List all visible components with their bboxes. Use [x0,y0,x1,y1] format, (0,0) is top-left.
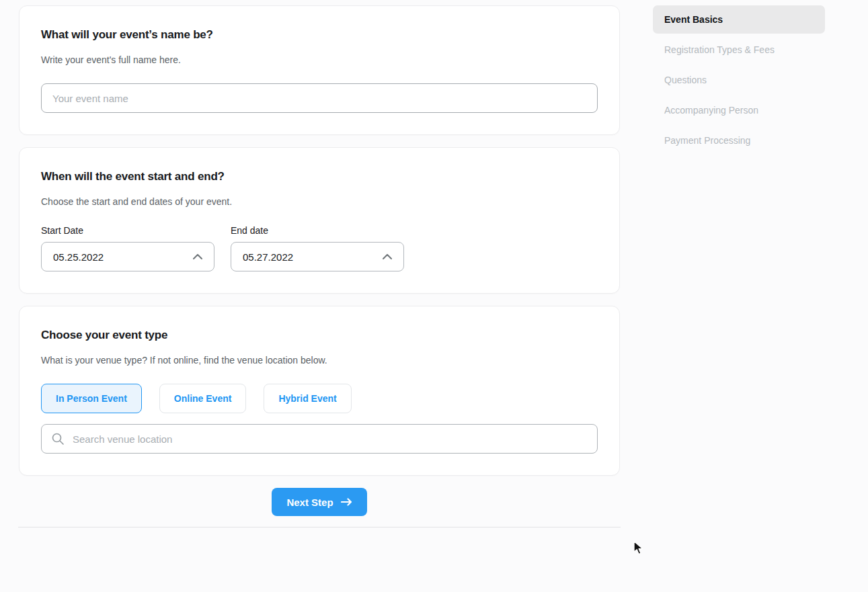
event-type-title: Choose your event type [41,329,598,342]
dates-row: Start Date 05.25.2022 End date 05.27.202… [41,225,598,271]
step-questions[interactable]: Questions [653,66,825,94]
step-event-basics[interactable]: Event Basics [653,5,825,34]
venue-search-input[interactable] [41,424,598,454]
type-option-hybrid[interactable]: Hybrid Event [264,384,351,413]
bottom-divider [18,527,621,527]
event-name-subtitle: Write your event's full name here. [41,54,598,65]
event-name-card: What will your event’s name be? Write yo… [19,5,620,135]
type-option-in-person[interactable]: In Person Event [41,384,142,413]
next-step-button[interactable]: Next Step [272,488,366,516]
start-date-value: 05.25.2022 [53,251,104,263]
event-setup-form: What will your event’s name be? Write yo… [19,5,620,527]
event-name-input[interactable] [41,83,598,113]
event-name-title: What will your event’s name be? [41,28,598,42]
steps-sidebar: Event Basics Registration Types & Fees Q… [653,5,825,157]
event-type-options: In Person Event Online Event Hybrid Even… [41,384,598,413]
step-payment-processing[interactable]: Payment Processing [653,126,825,155]
mouse-cursor-icon [633,540,645,558]
start-date-select[interactable]: 05.25.2022 [41,242,214,271]
event-dates-subtitle: Choose the start and end dates of your e… [41,196,598,207]
end-date-select[interactable]: 05.27.2022 [231,242,404,271]
start-date-label: Start Date [41,225,214,236]
type-option-online[interactable]: Online Event [159,384,247,413]
event-type-card: Choose your event type What is your venu… [19,306,620,476]
event-dates-card: When will the event start and end? Choos… [19,147,620,294]
step-registration-types-fees[interactable]: Registration Types & Fees [653,36,825,64]
end-date-value: 05.27.2022 [243,251,293,263]
event-dates-title: When will the event start and end? [41,170,598,183]
end-date-field: End date 05.27.2022 [231,225,404,271]
next-step-label: Next Step [286,497,333,508]
venue-search [41,424,598,454]
step-accompanying-person[interactable]: Accompanying Person [653,96,825,124]
next-step-row: Next Step [19,488,620,516]
event-type-subtitle: What is your venue type? If not online, … [41,355,598,366]
start-date-field: Start Date 05.25.2022 [41,225,214,271]
chevron-up-icon [383,254,392,259]
chevron-up-icon [193,254,202,259]
end-date-label: End date [231,225,404,236]
arrow-right-icon [341,498,352,506]
